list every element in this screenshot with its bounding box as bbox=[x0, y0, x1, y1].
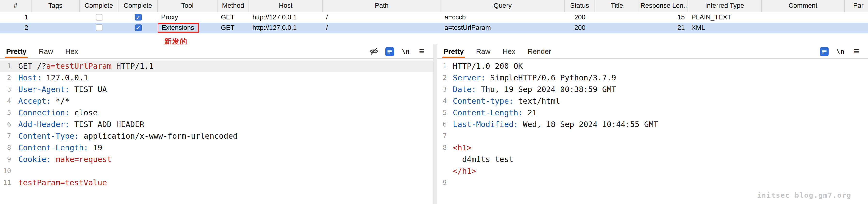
checkbox-checked[interactable]: ✓ bbox=[135, 14, 142, 20]
line-number: 10 bbox=[0, 165, 11, 177]
cell-method: GET bbox=[217, 23, 249, 33]
column-header-tool[interactable]: Tool bbox=[158, 0, 217, 12]
request-editor[interactable]: 1GET /?a=testUrlParam HTTP/1.12Host: 127… bbox=[0, 59, 434, 204]
cell-par bbox=[845, 23, 868, 33]
tab-raw[interactable]: Raw bbox=[475, 44, 492, 58]
tab-pretty[interactable]: Pretty bbox=[442, 44, 465, 58]
line-number: 9 bbox=[0, 154, 11, 165]
column-header-method[interactable]: Method bbox=[217, 0, 249, 12]
column-header-complete[interactable]: Complete bbox=[80, 0, 118, 12]
checkbox-checked[interactable]: ✓ bbox=[135, 24, 142, 31]
code-line: 5Connection: close bbox=[0, 107, 434, 119]
response-editor[interactable]: 1HTTP/1.0 200 OK2Server: SimpleHTTP/0.6 … bbox=[437, 59, 868, 204]
menu-icon[interactable]: ≡ bbox=[417, 46, 427, 56]
response-panel: PrettyRawHexRender\n≡ 1HTTP/1.0 200 OK2S… bbox=[437, 45, 868, 204]
http-history-table: #TagsCompleteCompleteToolMethodHostPathQ… bbox=[0, 0, 868, 33]
column-header-tags[interactable]: Tags bbox=[31, 0, 80, 12]
line-text: Connection: close bbox=[11, 107, 98, 119]
line-number: 2 bbox=[437, 72, 447, 84]
column-header-comment[interactable]: Comment bbox=[762, 0, 845, 12]
cell-host: http://127.0.0.1 bbox=[249, 23, 323, 33]
tab-render[interactable]: Render bbox=[527, 44, 552, 58]
request-toolbar-icons: \n≡ bbox=[369, 46, 433, 56]
column-header-path[interactable]: Path bbox=[323, 0, 441, 12]
wrap-icon[interactable] bbox=[385, 46, 395, 56]
tab-pretty[interactable]: Pretty bbox=[5, 44, 28, 58]
column-header-status[interactable]: Status bbox=[564, 0, 595, 12]
line-number bbox=[437, 165, 447, 177]
tab-hex[interactable]: Hex bbox=[502, 44, 517, 58]
line-number bbox=[437, 154, 447, 165]
line-number: 6 bbox=[437, 119, 447, 130]
cell-method: GET bbox=[217, 12, 249, 23]
line-text: Host: 127.0.0.1 bbox=[11, 72, 88, 84]
cell-status: 200 bbox=[564, 23, 595, 33]
cell-inferred-type: PLAIN_TEXT bbox=[688, 12, 762, 23]
column-header-query[interactable]: Query bbox=[441, 0, 565, 12]
newline-icon[interactable]: \n bbox=[401, 46, 411, 56]
line-number: 7 bbox=[0, 130, 11, 142]
table-row[interactable]: 1✓ProxyGEThttp://127.0.0.1/a=cccb20015PL… bbox=[0, 12, 868, 23]
code-line: 4Accept: */* bbox=[0, 96, 434, 107]
checkbox-unchecked[interactable] bbox=[96, 24, 102, 31]
menu-icon[interactable]: ≡ bbox=[851, 46, 861, 56]
response-toolbar-icons: \n≡ bbox=[819, 46, 868, 56]
code-line: 2Host: 127.0.0.1 bbox=[0, 72, 434, 84]
table-row[interactable]: 2✓ExtensionsGEThttp://127.0.0.1/a=testUr… bbox=[0, 23, 868, 33]
cell-complete bbox=[80, 12, 118, 23]
response-tabbar: PrettyRawHexRender\n≡ bbox=[437, 45, 868, 59]
line-text: Last-Modified: Wed, 18 Sep 2024 10:44:55… bbox=[447, 119, 658, 130]
cell-complete: ✓ bbox=[118, 23, 158, 33]
newline-icon[interactable]: \n bbox=[835, 46, 845, 56]
cell-tags bbox=[31, 12, 80, 23]
column-header-inferred-type[interactable]: Inferred Type bbox=[688, 0, 762, 12]
line-text bbox=[447, 177, 453, 189]
line-number: 7 bbox=[437, 130, 447, 142]
code-line: 7 bbox=[437, 130, 868, 142]
watermark: initsec blog.gm7.org bbox=[757, 190, 851, 199]
line-number: 2 bbox=[0, 72, 11, 84]
column-header-[interactable]: # bbox=[0, 0, 31, 12]
table-header-row: #TagsCompleteCompleteToolMethodHostPathQ… bbox=[0, 0, 868, 12]
column-header-host[interactable]: Host bbox=[249, 0, 323, 12]
line-number: 9 bbox=[437, 177, 447, 189]
table-body: 1✓ProxyGEThttp://127.0.0.1/a=cccb20015PL… bbox=[0, 12, 868, 33]
column-header-par[interactable]: Par bbox=[845, 0, 868, 12]
column-header-title[interactable]: Title bbox=[595, 0, 640, 12]
cell-tool: Proxy bbox=[158, 12, 217, 23]
request-tabbar: PrettyRawHex\n≡ bbox=[0, 45, 434, 59]
wrap-icon[interactable] bbox=[819, 46, 829, 56]
eye-off-icon[interactable] bbox=[369, 46, 378, 56]
line-text: testParam=testValue bbox=[11, 177, 107, 189]
code-line: d4m1ts test bbox=[437, 154, 868, 165]
line-text: d4m1ts test bbox=[447, 154, 514, 165]
checkbox-unchecked[interactable] bbox=[96, 14, 102, 20]
column-header-response-len[interactable]: Response Len... bbox=[640, 0, 688, 12]
line-text: Cookie: make=request bbox=[11, 154, 112, 165]
line-number: 11 bbox=[0, 177, 11, 189]
code-line: 5Content-Length: 21 bbox=[437, 107, 868, 119]
cell-path: / bbox=[323, 23, 441, 33]
burp-logger-screen: #TagsCompleteCompleteToolMethodHostPathQ… bbox=[0, 0, 868, 204]
cell-status: 200 bbox=[564, 12, 595, 23]
line-text: HTTP/1.0 200 OK bbox=[447, 60, 523, 72]
cell-comment bbox=[762, 12, 845, 23]
tab-raw[interactable]: Raw bbox=[37, 44, 54, 58]
cell-query: a=cccb bbox=[441, 12, 565, 23]
column-header-complete[interactable]: Complete bbox=[118, 0, 158, 12]
line-text: Add-Header: TEST ADD HEADER bbox=[11, 119, 144, 130]
code-line: 3Date: Thu, 19 Sep 2024 00:38:59 GMT bbox=[437, 84, 868, 96]
line-number: 3 bbox=[437, 84, 447, 96]
code-line: 1GET /?a=testUrlParam HTTP/1.1 bbox=[0, 60, 434, 72]
code-line: 6Last-Modified: Wed, 18 Sep 2024 10:44:5… bbox=[437, 119, 868, 130]
cell-query: a=testUrlParam bbox=[441, 23, 565, 33]
line-number: 8 bbox=[437, 142, 447, 154]
panel-splitter[interactable] bbox=[434, 45, 437, 204]
code-line: 2Server: SimpleHTTP/0.6 Python/3.7.9 bbox=[437, 72, 868, 84]
cell-tool: Extensions bbox=[158, 23, 217, 33]
code-line: 7Content-Type: application/x-www-form-ur… bbox=[0, 130, 434, 142]
tab-hex[interactable]: Hex bbox=[64, 44, 79, 58]
code-line: 8<h1> bbox=[437, 142, 868, 154]
cell-: 2 bbox=[0, 23, 31, 33]
code-line: 8Content-Length: 19 bbox=[0, 142, 434, 154]
